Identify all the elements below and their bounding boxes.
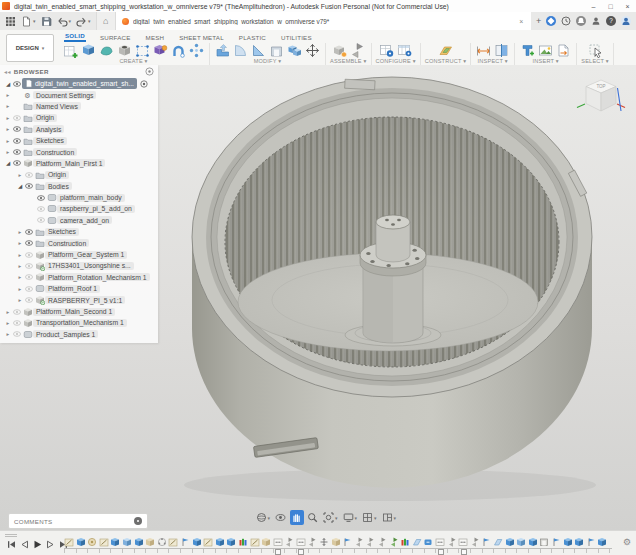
- group-label-configure[interactable]: CONFIGURE ▾: [376, 58, 416, 64]
- file-button[interactable]: ▾: [19, 14, 38, 28]
- timeline-feature-sketch-4[interactable]: [99, 536, 109, 547]
- save-button[interactable]: [39, 14, 54, 28]
- timeline-feature-group-21[interactable]: [296, 536, 306, 547]
- group-label-modify[interactable]: MODIFY ▾: [254, 58, 282, 64]
- ribbon-tab-sheet-metal[interactable]: SHEET METAL: [178, 34, 225, 42]
- hole-icon[interactable]: [116, 43, 133, 58]
- group-label-insert[interactable]: INSERT ▾: [533, 58, 559, 64]
- avatar-icon[interactable]: [621, 16, 631, 26]
- tree-item-sketches[interactable]: ▸Sketches: [0, 226, 158, 237]
- expand-arrow-icon[interactable]: ▸: [4, 320, 12, 326]
- sketch-3d-icon[interactable]: [134, 43, 151, 58]
- combine-icon[interactable]: [286, 43, 303, 58]
- model-viewport[interactable]: ◂◂ BROWSER ◢digital_twin_enabled_smart_s…: [0, 65, 636, 530]
- timeline-feature-link-32[interactable]: [423, 536, 433, 547]
- visibility-eye-icon[interactable]: [12, 81, 22, 87]
- expand-arrow-icon[interactable]: ▸: [16, 252, 24, 258]
- activate-component-radio[interactable]: [140, 80, 148, 88]
- expand-arrow-icon[interactable]: ▸: [16, 263, 24, 269]
- expand-arrow-icon[interactable]: ▸: [16, 172, 24, 178]
- view-cube[interactable]: TOP: [574, 71, 628, 125]
- document-tab-close-icon[interactable]: ×: [517, 18, 525, 25]
- timeline-feature-shell-42[interactable]: [539, 536, 549, 547]
- timeline-feature-revolve-3[interactable]: [87, 536, 97, 547]
- visibility-eye-icon[interactable]: [12, 149, 22, 155]
- timeline-feature-sketch-10[interactable]: [168, 536, 178, 547]
- form-icon[interactable]: [98, 43, 115, 58]
- timeline-feature-extrude-12[interactable]: [192, 536, 202, 547]
- timeline-feature-joint-green-29[interactable]: [389, 536, 399, 547]
- timeline-feature-multi-30[interactable]: [400, 536, 410, 547]
- expand-arrow-icon[interactable]: ▸: [4, 138, 12, 144]
- visibility-eye-icon[interactable]: [12, 115, 22, 121]
- fit-tool-button[interactable]: ▾: [322, 510, 340, 525]
- collapse-panel-icon[interactable]: ◂◂: [4, 68, 11, 75]
- expand-arrow-icon[interactable]: ▸: [4, 126, 12, 132]
- timeline-feature-box-tan-24[interactable]: [331, 536, 341, 547]
- visibility-eye-icon[interactable]: [36, 217, 46, 223]
- ribbon-tab-mesh[interactable]: MESH: [145, 34, 166, 42]
- expand-arrow-icon[interactable]: ▸: [4, 331, 12, 337]
- undo-button[interactable]: ▾: [55, 14, 74, 28]
- ribbon-tab-solid[interactable]: SOLID: [64, 32, 86, 42]
- tree-item-platform-roof-1[interactable]: ▸Platform_Roof 1: [0, 283, 158, 294]
- visibility-eye-icon[interactable]: [24, 172, 34, 178]
- timeline-feature-extrude-light-6[interactable]: [122, 536, 132, 547]
- timeline-feature-sketch-13[interactable]: [203, 536, 213, 547]
- tree-item-camera-add-on[interactable]: camera_add_on: [0, 215, 158, 226]
- box-icon[interactable]: [80, 43, 97, 58]
- insert-image-icon[interactable]: [537, 43, 554, 58]
- timeline-feature-flag-11[interactable]: [180, 536, 190, 547]
- timeline-feature-plane-38[interactable]: [493, 536, 503, 547]
- configuration-table-icon[interactable]: [396, 43, 413, 58]
- new-component-icon[interactable]: [331, 43, 348, 58]
- timeline-feature-joint-34[interactable]: [447, 536, 457, 547]
- tree-item-platform-main-body[interactable]: platform_main_body: [0, 192, 158, 203]
- expand-arrow-icon[interactable]: ▸: [4, 115, 12, 121]
- tree-item-named-views[interactable]: ▸Named Views: [0, 101, 158, 112]
- timeline-feature-joint-20[interactable]: [284, 536, 294, 547]
- timeline-feature-box-tan-8[interactable]: [145, 536, 155, 547]
- group-label-assemble[interactable]: ASSEMBLE ▾: [330, 58, 367, 64]
- visibility-eye-icon[interactable]: [12, 126, 22, 132]
- timeline-feature-extrude-44[interactable]: [563, 536, 573, 547]
- minimize-button[interactable]: –: [585, 0, 602, 12]
- fillet-icon[interactable]: [232, 43, 249, 58]
- tree-item-document-settings[interactable]: ▸⚙Document Settings: [0, 89, 158, 100]
- expand-arrow-icon[interactable]: ◢: [4, 160, 12, 166]
- tree-item-sketches[interactable]: ▸Sketches: [0, 135, 158, 146]
- visibility-eye-icon[interactable]: [12, 331, 22, 337]
- shell-icon[interactable]: [268, 43, 285, 58]
- insert-derive-icon[interactable]: [519, 43, 536, 58]
- timeline-feature-extrude-7[interactable]: [134, 536, 144, 547]
- timeline-feature-extrude-45[interactable]: [574, 536, 584, 547]
- timeline-feature-extrude-47[interactable]: [597, 536, 607, 547]
- play-button[interactable]: [32, 539, 42, 549]
- visibility-eye-icon[interactable]: [36, 206, 46, 212]
- expand-arrow-icon[interactable]: ▸: [16, 297, 24, 303]
- timeline-feature-joint-22[interactable]: [307, 536, 317, 547]
- timeline-feature-move-23[interactable]: [319, 536, 329, 547]
- joint-icon[interactable]: [349, 43, 366, 58]
- display-tool-button[interactable]: ▾: [341, 510, 359, 525]
- visibility-eye-icon[interactable]: [12, 309, 22, 315]
- job-status-icon[interactable]: [561, 16, 571, 26]
- workspace-selector[interactable]: DESIGN▾: [6, 34, 54, 62]
- timeline-feature-extrude-5[interactable]: [110, 536, 120, 547]
- visibility-eye-icon[interactable]: [24, 297, 34, 303]
- browser-root-component[interactable]: ◢digital_twin_enabled_smart_sh...: [0, 78, 158, 89]
- expand-arrow-icon[interactable]: ▸: [4, 103, 12, 109]
- app-grid-button[interactable]: [3, 14, 18, 28]
- visibility-eye-icon[interactable]: [24, 252, 34, 258]
- timeline-feature-group-19[interactable]: [273, 536, 283, 547]
- expand-arrow-icon[interactable]: ◢: [4, 81, 12, 87]
- expand-arrow-icon[interactable]: ▸: [4, 149, 12, 155]
- tree-item-raspberry-pi-5-v1-1[interactable]: ▸RASPBERRY_PI_5 v1:1: [0, 294, 158, 305]
- step-forward-button[interactable]: [45, 539, 55, 549]
- chamfer-icon[interactable]: [250, 43, 267, 58]
- tree-item-raspberry-pi-5-add-on[interactable]: raspberry_pi_5_add_on: [0, 203, 158, 214]
- visibility-eye-icon[interactable]: [12, 320, 22, 326]
- timeline-settings-gear-icon[interactable]: ⚙: [623, 538, 631, 547]
- tree-item-transportation-mechanism-1[interactable]: ▸Transportation_Mechanism 1: [0, 317, 158, 328]
- timeline-feature-extrude-15[interactable]: [226, 536, 236, 547]
